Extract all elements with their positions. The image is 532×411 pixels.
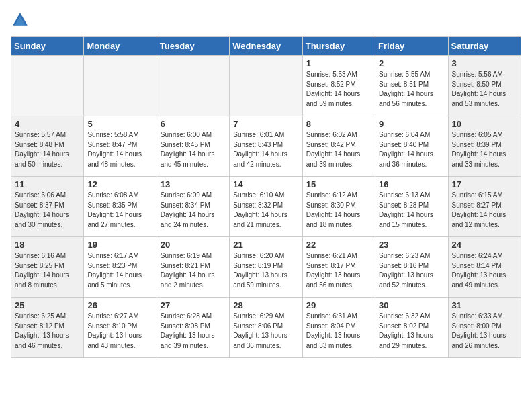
day-info: Sunrise: 6:06 AM Sunset: 8:37 PM Dayligh… xyxy=(15,191,80,230)
day-info: Sunrise: 6:20 AM Sunset: 8:19 PM Dayligh… xyxy=(233,251,298,290)
day-number: 11 xyxy=(15,179,80,189)
day-info: Sunrise: 5:53 AM Sunset: 8:52 PM Dayligh… xyxy=(306,70,371,109)
day-info: Sunrise: 6:31 AM Sunset: 8:04 PM Dayligh… xyxy=(306,312,371,351)
calendar-day-cell: 31Sunrise: 6:33 AM Sunset: 8:00 PM Dayli… xyxy=(448,298,521,358)
calendar-day-cell: 16Sunrise: 6:13 AM Sunset: 8:28 PM Dayli… xyxy=(375,177,448,237)
day-number: 1 xyxy=(306,58,371,68)
calendar-day-cell: 6Sunrise: 6:00 AM Sunset: 8:45 PM Daylig… xyxy=(157,116,229,177)
weekday-header-tuesday: Tuesday xyxy=(157,37,229,56)
day-number: 18 xyxy=(15,240,80,250)
calendar-day-cell: 19Sunrise: 6:17 AM Sunset: 8:23 PM Dayli… xyxy=(84,237,157,298)
calendar-day-cell: 18Sunrise: 6:16 AM Sunset: 8:25 PM Dayli… xyxy=(11,237,84,298)
calendar-day-cell xyxy=(11,56,84,116)
day-info: Sunrise: 6:00 AM Sunset: 8:45 PM Dayligh… xyxy=(161,130,226,169)
day-number: 3 xyxy=(452,58,517,68)
calendar-day-cell: 12Sunrise: 6:08 AM Sunset: 8:35 PM Dayli… xyxy=(84,177,157,237)
calendar-day-cell: 1Sunrise: 5:53 AM Sunset: 8:52 PM Daylig… xyxy=(302,56,375,116)
day-info: Sunrise: 6:02 AM Sunset: 8:42 PM Dayligh… xyxy=(306,130,371,169)
day-number: 6 xyxy=(161,119,226,129)
calendar-day-cell: 29Sunrise: 6:31 AM Sunset: 8:04 PM Dayli… xyxy=(302,298,375,358)
day-number: 30 xyxy=(379,300,444,310)
day-number: 15 xyxy=(306,179,371,189)
calendar-day-cell: 14Sunrise: 6:10 AM Sunset: 8:32 PM Dayli… xyxy=(230,177,302,237)
day-number: 12 xyxy=(87,179,152,189)
calendar-header-row: SundayMondayTuesdayWednesdayThursdayFrid… xyxy=(11,37,521,56)
day-number: 20 xyxy=(161,240,226,250)
calendar-day-cell: 23Sunrise: 6:23 AM Sunset: 8:16 PM Dayli… xyxy=(375,237,448,298)
calendar-day-cell: 26Sunrise: 6:27 AM Sunset: 8:10 PM Dayli… xyxy=(84,298,157,358)
calendar-week-row: 1Sunrise: 5:53 AM Sunset: 8:52 PM Daylig… xyxy=(11,56,521,116)
calendar-day-cell: 20Sunrise: 6:19 AM Sunset: 8:21 PM Dayli… xyxy=(157,237,229,298)
day-number: 5 xyxy=(87,119,152,129)
calendar-day-cell: 4Sunrise: 5:57 AM Sunset: 8:48 PM Daylig… xyxy=(11,116,84,177)
day-number: 13 xyxy=(161,179,226,189)
weekday-header-monday: Monday xyxy=(84,37,157,56)
day-info: Sunrise: 5:55 AM Sunset: 8:51 PM Dayligh… xyxy=(379,70,444,109)
day-info: Sunrise: 6:05 AM Sunset: 8:39 PM Dayligh… xyxy=(452,130,517,169)
calendar-day-cell: 2Sunrise: 5:55 AM Sunset: 8:51 PM Daylig… xyxy=(375,56,448,116)
calendar-day-cell: 25Sunrise: 6:25 AM Sunset: 8:12 PM Dayli… xyxy=(11,298,84,358)
day-number: 2 xyxy=(379,58,444,68)
calendar-day-cell xyxy=(230,56,302,116)
day-info: Sunrise: 6:23 AM Sunset: 8:16 PM Dayligh… xyxy=(379,251,444,290)
calendar-week-row: 25Sunrise: 6:25 AM Sunset: 8:12 PM Dayli… xyxy=(11,298,521,358)
day-number: 28 xyxy=(233,300,298,310)
calendar-week-row: 11Sunrise: 6:06 AM Sunset: 8:37 PM Dayli… xyxy=(11,177,521,237)
day-number: 21 xyxy=(233,240,298,250)
calendar-day-cell: 9Sunrise: 6:04 AM Sunset: 8:40 PM Daylig… xyxy=(375,116,448,177)
day-info: Sunrise: 6:09 AM Sunset: 8:34 PM Dayligh… xyxy=(161,191,226,230)
day-number: 17 xyxy=(452,179,517,189)
weekday-header-wednesday: Wednesday xyxy=(230,37,302,56)
day-info: Sunrise: 6:19 AM Sunset: 8:21 PM Dayligh… xyxy=(161,251,226,290)
day-info: Sunrise: 6:04 AM Sunset: 8:40 PM Dayligh… xyxy=(379,130,444,169)
day-info: Sunrise: 6:24 AM Sunset: 8:14 PM Dayligh… xyxy=(452,251,517,290)
day-number: 24 xyxy=(452,240,517,250)
calendar-week-row: 4Sunrise: 5:57 AM Sunset: 8:48 PM Daylig… xyxy=(11,116,521,177)
calendar-day-cell: 28Sunrise: 6:29 AM Sunset: 8:06 PM Dayli… xyxy=(230,298,302,358)
calendar-day-cell: 24Sunrise: 6:24 AM Sunset: 8:14 PM Dayli… xyxy=(448,237,521,298)
day-info: Sunrise: 5:56 AM Sunset: 8:50 PM Dayligh… xyxy=(452,70,517,109)
day-number: 26 xyxy=(87,300,152,310)
day-number: 8 xyxy=(306,119,371,129)
day-info: Sunrise: 6:12 AM Sunset: 8:30 PM Dayligh… xyxy=(306,191,371,230)
weekday-header-friday: Friday xyxy=(375,37,448,56)
calendar-day-cell: 8Sunrise: 6:02 AM Sunset: 8:42 PM Daylig… xyxy=(302,116,375,177)
day-info: Sunrise: 6:10 AM Sunset: 8:32 PM Dayligh… xyxy=(233,191,298,230)
day-number: 9 xyxy=(379,119,444,129)
calendar-day-cell: 22Sunrise: 6:21 AM Sunset: 8:17 PM Dayli… xyxy=(302,237,375,298)
calendar-day-cell xyxy=(84,56,157,116)
day-info: Sunrise: 6:29 AM Sunset: 8:06 PM Dayligh… xyxy=(233,312,298,351)
day-info: Sunrise: 6:33 AM Sunset: 8:00 PM Dayligh… xyxy=(452,312,517,351)
calendar-day-cell: 13Sunrise: 6:09 AM Sunset: 8:34 PM Dayli… xyxy=(157,177,229,237)
day-number: 10 xyxy=(452,119,517,129)
day-number: 23 xyxy=(379,240,444,250)
day-info: Sunrise: 6:21 AM Sunset: 8:17 PM Dayligh… xyxy=(306,251,371,290)
day-info: Sunrise: 6:27 AM Sunset: 8:10 PM Dayligh… xyxy=(87,312,152,351)
day-number: 7 xyxy=(233,119,298,129)
day-number: 16 xyxy=(379,179,444,189)
page-header xyxy=(11,11,521,30)
logo-icon xyxy=(11,11,30,30)
day-number: 22 xyxy=(306,240,371,250)
day-info: Sunrise: 6:15 AM Sunset: 8:27 PM Dayligh… xyxy=(452,191,517,230)
day-info: Sunrise: 6:01 AM Sunset: 8:43 PM Dayligh… xyxy=(233,130,298,169)
calendar-day-cell: 3Sunrise: 5:56 AM Sunset: 8:50 PM Daylig… xyxy=(448,56,521,116)
day-info: Sunrise: 6:25 AM Sunset: 8:12 PM Dayligh… xyxy=(15,312,80,351)
day-info: Sunrise: 6:28 AM Sunset: 8:08 PM Dayligh… xyxy=(161,312,226,351)
day-number: 27 xyxy=(161,300,226,310)
day-info: Sunrise: 6:32 AM Sunset: 8:02 PM Dayligh… xyxy=(379,312,444,351)
day-info: Sunrise: 6:16 AM Sunset: 8:25 PM Dayligh… xyxy=(15,251,80,290)
calendar-day-cell: 17Sunrise: 6:15 AM Sunset: 8:27 PM Dayli… xyxy=(448,177,521,237)
calendar-day-cell: 21Sunrise: 6:20 AM Sunset: 8:19 PM Dayli… xyxy=(230,237,302,298)
calendar-day-cell: 30Sunrise: 6:32 AM Sunset: 8:02 PM Dayli… xyxy=(375,298,448,358)
logo xyxy=(11,11,32,30)
calendar-table: SundayMondayTuesdayWednesdayThursdayFrid… xyxy=(11,36,521,358)
calendar-day-cell: 27Sunrise: 6:28 AM Sunset: 8:08 PM Dayli… xyxy=(157,298,229,358)
calendar-week-row: 18Sunrise: 6:16 AM Sunset: 8:25 PM Dayli… xyxy=(11,237,521,298)
weekday-header-thursday: Thursday xyxy=(302,37,375,56)
day-number: 25 xyxy=(15,300,80,310)
day-number: 19 xyxy=(87,240,152,250)
day-number: 4 xyxy=(15,119,80,129)
calendar-day-cell: 11Sunrise: 6:06 AM Sunset: 8:37 PM Dayli… xyxy=(11,177,84,237)
calendar-day-cell: 7Sunrise: 6:01 AM Sunset: 8:43 PM Daylig… xyxy=(230,116,302,177)
